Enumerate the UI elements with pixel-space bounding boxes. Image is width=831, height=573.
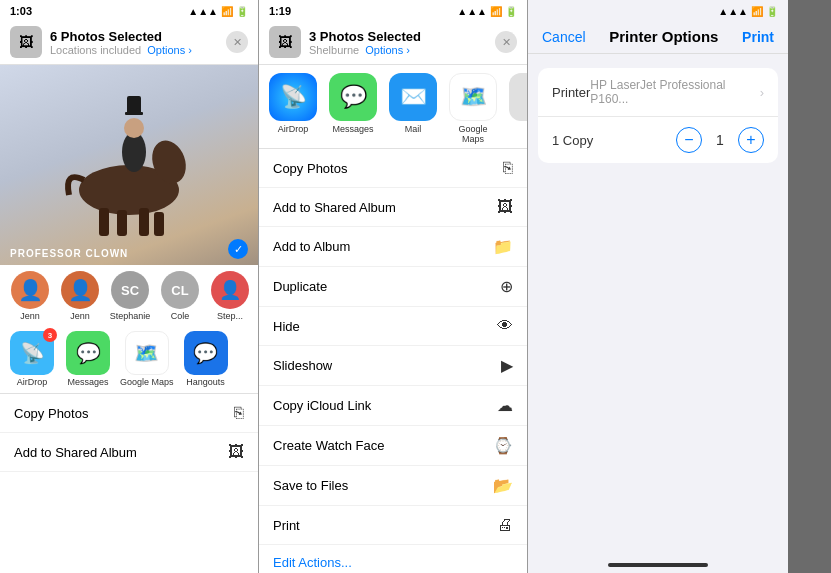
app-more-2[interactable]: ···	[509, 73, 528, 144]
avatar-jenn2: 👤	[61, 271, 99, 309]
menu-print-2[interactable]: Print 🖨	[259, 506, 527, 545]
copies-label: 1 Copy	[552, 133, 593, 148]
messages-icon-2: 💬	[329, 73, 377, 121]
menu-label-watch-face-2: Create Watch Face	[273, 438, 385, 453]
watch-face-icon-2: ⌚	[493, 436, 513, 455]
minus-button[interactable]: −	[676, 127, 702, 153]
airdrop-label-1: AirDrop	[17, 377, 48, 387]
menu-list-1: Copy Photos ⎘ Add to Shared Album 🖼	[0, 394, 258, 472]
plus-button[interactable]: +	[738, 127, 764, 153]
share-header-2: 🖼 3 Photos Selected Shelburne Options › …	[259, 20, 527, 65]
copies-stepper: − 1 +	[676, 127, 764, 153]
app-messages-2[interactable]: 💬 Messages	[329, 73, 377, 144]
battery-icon-1: 🔋	[236, 6, 248, 17]
menu-duplicate-2[interactable]: Duplicate ⊕	[259, 267, 527, 307]
googlemaps-icon-2: 🗺️	[449, 73, 497, 121]
menu-label-copy-1: Copy Photos	[14, 406, 88, 421]
printer-row[interactable]: Printer HP LaserJet Professional P160...…	[538, 68, 778, 117]
contact-name-cole: Cole	[171, 311, 190, 321]
menu-label-icloud-2: Copy iCloud Link	[273, 398, 371, 413]
photo-caption-1: PROFESSOR CLOWN	[10, 248, 128, 259]
app-mail-2[interactable]: ✉️ Mail	[389, 73, 437, 144]
duplicate-icon-2: ⊕	[500, 277, 513, 296]
menu-copy-photos-2[interactable]: Copy Photos ⎘	[259, 149, 527, 188]
close-button-1[interactable]: ✕	[226, 31, 248, 53]
options-link-2[interactable]: Options ›	[365, 44, 410, 56]
app-messages-1[interactable]: 💬 Messages	[64, 331, 112, 387]
add-album-icon-2: 📁	[493, 237, 513, 256]
cancel-button[interactable]: Cancel	[542, 29, 586, 45]
messages-icon-1: 💬	[66, 331, 110, 375]
svg-rect-3	[99, 208, 109, 236]
avatar-cole: CL	[161, 271, 199, 309]
hangouts-icon-1: 💬	[184, 331, 228, 375]
contact-step[interactable]: 👤 Step...	[208, 271, 252, 321]
menu-slideshow-2[interactable]: Slideshow ▶	[259, 346, 527, 386]
contact-jenn1[interactable]: 👤 Jenn	[8, 271, 52, 321]
contact-jenn2[interactable]: 👤 Jenn	[58, 271, 102, 321]
menu-label-slideshow-2: Slideshow	[273, 358, 332, 373]
share-header-icon-2: 🖼	[269, 26, 301, 58]
hangouts-label-1: Hangouts	[186, 377, 225, 387]
options-link-1[interactable]: Options ›	[147, 44, 192, 56]
avatar-stephanie: SC	[111, 271, 149, 309]
menu-hide-2[interactable]: Hide 👁	[259, 307, 527, 346]
signal-icon-1: ▲▲▲	[188, 6, 218, 17]
screen2: 1:19 ▲▲▲ 📶 🔋 🖼 3 Photos Selected Shelbur…	[258, 0, 528, 573]
avatar-step: 👤	[211, 271, 249, 309]
messages-label-1: Messages	[67, 377, 108, 387]
chevron-right-icon: ›	[760, 85, 764, 100]
avatar-jenn1: 👤	[11, 271, 49, 309]
wifi-icon-1: 📶	[221, 6, 233, 17]
contact-name-jenn1: Jenn	[20, 311, 40, 321]
menu-label-add-shared-2: Add to Shared Album	[273, 200, 396, 215]
slideshow-icon-2: ▶	[501, 356, 513, 375]
svg-rect-4	[117, 210, 127, 236]
copy-count: 1	[710, 132, 730, 148]
menu-label-save-files-2: Save to Files	[273, 478, 348, 493]
menu-label-shared-1: Add to Shared Album	[14, 445, 137, 460]
airdrop-icon-1: 📡 3	[10, 331, 54, 375]
mail-label-2: Mail	[405, 124, 422, 134]
printer-nav: Cancel Printer Options Print	[528, 20, 788, 54]
menu-add-album-2[interactable]: Add to Album 📁	[259, 227, 527, 267]
app-googlemaps-1[interactable]: 🗺️ Google Maps	[120, 331, 174, 387]
status-bar-3: ▲▲▲ 📶 🔋	[528, 0, 788, 20]
menu-copy-photos-1[interactable]: Copy Photos ⎘	[0, 394, 258, 433]
share-sub-2: Shelburne Options ›	[309, 44, 487, 56]
printer-value: HP LaserJet Professional P160...	[590, 78, 755, 106]
photo-checkmark-1: ✓	[228, 239, 248, 259]
menu-label-add-album-2: Add to Album	[273, 239, 350, 254]
contact-name-jenn2: Jenn	[70, 311, 90, 321]
status-icons-3: ▲▲▲ 📶 🔋	[718, 6, 778, 17]
contact-cole[interactable]: CL Cole	[158, 271, 202, 321]
print-icon-2: 🖨	[497, 516, 513, 534]
contact-stephanie[interactable]: SC Stephanie	[108, 271, 152, 321]
menu-add-shared-1[interactable]: Add to Shared Album 🖼	[0, 433, 258, 472]
airdrop-label-2: AirDrop	[278, 124, 309, 134]
menu-save-files-2[interactable]: Save to Files 📂	[259, 466, 527, 506]
app-googlemaps-2[interactable]: 🗺️ Google Maps	[449, 73, 497, 144]
printer-section: Printer HP LaserJet Professional P160...…	[538, 68, 778, 163]
googlemaps-label-2: Google Maps	[449, 124, 497, 144]
screen3: ▲▲▲ 📶 🔋 Cancel Printer Options Print Pri…	[528, 0, 788, 573]
menu-add-shared-2[interactable]: Add to Shared Album 🖼	[259, 188, 527, 227]
app-airdrop-2[interactable]: 📡 AirDrop	[269, 73, 317, 144]
copy-icon-1: ⎘	[234, 404, 244, 422]
menu-edit-actions-2[interactable]: Edit Actions...	[259, 545, 527, 573]
app-airdrop-1[interactable]: 📡 3 AirDrop	[8, 331, 56, 387]
status-bar-1: 1:03 ▲▲▲ 📶 🔋	[0, 0, 258, 20]
googlemaps-label-1: Google Maps	[120, 377, 174, 387]
menu-watch-face-2[interactable]: Create Watch Face ⌚	[259, 426, 527, 466]
share-header-1: 🖼 6 Photos Selected Locations included O…	[0, 20, 258, 65]
app-hangouts-1[interactable]: 💬 Hangouts	[182, 331, 230, 387]
menu-list-2: Copy Photos ⎘ Add to Shared Album 🖼 Add …	[259, 149, 527, 573]
close-button-2[interactable]: ✕	[495, 31, 517, 53]
menu-label-duplicate-2: Duplicate	[273, 279, 327, 294]
menu-label-print-2: Print	[273, 518, 300, 533]
menu-icloud-link-2[interactable]: Copy iCloud Link ☁	[259, 386, 527, 426]
share-sub-1: Locations included Options ›	[50, 44, 218, 56]
print-button[interactable]: Print	[742, 29, 774, 45]
contacts-row-1: 👤 Jenn 👤 Jenn SC Stephanie CL Cole 👤 Ste…	[0, 265, 258, 327]
status-bar-2: 1:19 ▲▲▲ 📶 🔋	[259, 0, 527, 20]
